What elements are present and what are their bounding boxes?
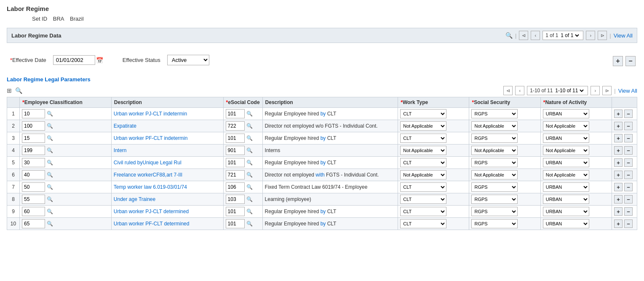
emp-class-input-9[interactable] — [22, 219, 45, 228]
description-link-9[interactable]: Urban worker PF-CLT determined — [114, 221, 190, 227]
esocial-search-1[interactable]: 🔍 — [246, 123, 254, 129]
social-sec-select-2[interactable]: RGPSNot Applicable — [471, 134, 518, 143]
description-link-3[interactable]: Intern — [114, 147, 127, 153]
esocial-input-8[interactable] — [226, 207, 245, 216]
esocial-input-0[interactable] — [226, 109, 245, 118]
esocial-search-7[interactable]: 🔍 — [246, 196, 254, 202]
description-link-0[interactable]: Urban worker PJ-CLT indetermin — [114, 111, 187, 117]
status-select[interactable]: Active Inactive — [167, 55, 209, 65]
emp-class-search-0[interactable]: 🔍 — [46, 111, 54, 117]
esocial-input-4[interactable] — [226, 158, 245, 167]
row-remove-btn-0[interactable]: − — [624, 110, 633, 118]
view-all-link[interactable]: View All — [614, 32, 633, 39]
row-remove-btn-2[interactable]: − — [624, 134, 633, 142]
first-page-button[interactable]: ⊲ — [519, 31, 528, 40]
prev-page-button[interactable]: ‹ — [531, 31, 540, 40]
social-sec-select-8[interactable]: RGPSNot Applicable — [471, 207, 518, 216]
row-add-btn-8[interactable]: + — [614, 207, 623, 216]
work-type-select-5[interactable]: Not ApplicableCLT — [400, 170, 446, 179]
esocial-search-2[interactable]: 🔍 — [246, 135, 254, 141]
social-sec-select-7[interactable]: RGPSNot Applicable — [471, 195, 518, 204]
social-sec-select-6[interactable]: RGPSNot Applicable — [471, 182, 518, 192]
esocial-search-0[interactable]: 🔍 — [246, 111, 254, 117]
row-add-btn-9[interactable]: + — [614, 219, 623, 228]
row-remove-btn-9[interactable]: − — [624, 219, 633, 228]
esocial-search-4[interactable]: 🔍 — [246, 160, 254, 166]
description-link-5[interactable]: Freelance workerCF88,art 7-III — [114, 172, 182, 178]
nature-select-5[interactable]: Not ApplicableURBAN — [543, 170, 589, 179]
social-sec-select-3[interactable]: Not ApplicableRGPS — [471, 146, 518, 155]
work-type-select-8[interactable]: CLTNot Applicable — [400, 207, 446, 216]
emp-class-input-6[interactable] — [22, 182, 45, 192]
emp-class-input-2[interactable] — [22, 134, 45, 143]
emp-class-search-4[interactable]: 🔍 — [46, 160, 54, 166]
nature-select-3[interactable]: Not ApplicableURBAN — [543, 146, 589, 155]
effective-date-input[interactable] — [53, 55, 95, 65]
description-link-7[interactable]: Under age Trainee — [114, 196, 155, 202]
esocial-search-8[interactable]: 🔍 — [246, 209, 254, 214]
table-next-button[interactable]: › — [591, 86, 600, 95]
next-page-button[interactable]: › — [586, 31, 595, 40]
emp-class-input-0[interactable] — [22, 109, 45, 118]
social-sec-select-1[interactable]: Not ApplicableRGPS — [471, 121, 518, 131]
emp-class-input-4[interactable] — [22, 158, 45, 167]
last-page-button[interactable]: ⊳ — [598, 31, 607, 40]
page-select[interactable]: 1 of 1 — [559, 32, 580, 39]
table-first-button[interactable]: ⊲ — [503, 86, 513, 95]
work-type-select-9[interactable]: CLTNot Applicable — [400, 219, 446, 228]
esocial-input-1[interactable] — [226, 121, 245, 131]
social-sec-select-9[interactable]: RGPSNot Applicable — [471, 219, 518, 228]
nature-select-8[interactable]: URBANNot Applicable — [543, 207, 589, 216]
social-sec-select-4[interactable]: RGPSNot Applicable — [471, 158, 518, 167]
table-last-button[interactable]: ⊳ — [602, 86, 612, 95]
description-link-8[interactable]: Urban worker PJ-CLT determined — [114, 209, 189, 214]
grid-icon[interactable]: ⊞ — [7, 87, 12, 94]
esocial-search-9[interactable]: 🔍 — [246, 221, 254, 227]
nature-select-2[interactable]: URBANNot Applicable — [543, 134, 589, 143]
emp-class-input-1[interactable] — [22, 121, 45, 131]
nature-select-4[interactable]: URBANNot Applicable — [543, 158, 589, 167]
nature-select-1[interactable]: Not ApplicableURBAN — [543, 121, 589, 131]
work-type-select-7[interactable]: CLTNot Applicable — [400, 195, 446, 204]
nature-select-9[interactable]: URBANNot Applicable — [543, 219, 589, 228]
emp-class-search-7[interactable]: 🔍 — [46, 196, 54, 202]
row-remove-btn-6[interactable]: − — [624, 183, 633, 191]
work-type-select-1[interactable]: Not ApplicableCLT — [400, 121, 446, 131]
header-search-button[interactable]: 🔍 — [505, 32, 513, 39]
description-link-1[interactable]: Expatirate — [114, 123, 136, 129]
description-link-4[interactable]: Civil ruled byUnique Legal Rul — [114, 160, 182, 166]
nature-select-0[interactable]: URBANNot Applicable — [543, 109, 589, 118]
esocial-search-5[interactable]: 🔍 — [246, 172, 254, 178]
esocial-input-2[interactable] — [226, 134, 245, 143]
esocial-input-5[interactable] — [226, 170, 245, 179]
description-link-6[interactable]: Temp worker law 6.019-03/01/74 — [114, 184, 187, 190]
emp-class-search-8[interactable]: 🔍 — [46, 209, 54, 214]
nature-select-7[interactable]: URBANNot Applicable — [543, 195, 589, 204]
emp-class-search-6[interactable]: 🔍 — [46, 184, 54, 190]
row-add-btn-3[interactable]: + — [614, 146, 623, 155]
row-add-btn-7[interactable]: + — [614, 195, 623, 203]
emp-class-input-5[interactable] — [22, 170, 45, 179]
esocial-search-3[interactable]: 🔍 — [246, 147, 254, 153]
emp-class-search-3[interactable]: 🔍 — [46, 147, 54, 153]
work-type-select-3[interactable]: Not ApplicableCLT — [400, 146, 446, 155]
emp-class-search-9[interactable]: 🔍 — [46, 221, 54, 227]
esocial-input-6[interactable] — [226, 182, 245, 192]
table-prev-button[interactable]: ‹ — [515, 86, 524, 95]
emp-class-search-5[interactable]: 🔍 — [46, 172, 54, 178]
row-add-btn-6[interactable]: + — [614, 183, 623, 191]
esocial-input-9[interactable] — [226, 219, 245, 228]
work-type-select-4[interactable]: CLTNot Applicable — [400, 158, 446, 167]
work-type-select-6[interactable]: CLTNot Applicable — [400, 182, 446, 192]
nature-select-6[interactable]: URBANNot Applicable — [543, 182, 589, 192]
row-remove-btn-5[interactable]: − — [624, 171, 633, 179]
work-type-select-2[interactable]: CLTNot Applicable — [400, 134, 446, 143]
social-sec-select-0[interactable]: RGPSNot Applicable — [471, 109, 518, 118]
emp-class-input-7[interactable] — [22, 195, 45, 204]
calendar-button[interactable]: 📅 — [96, 57, 103, 64]
row-add-btn-4[interactable]: + — [614, 158, 623, 167]
emp-class-input-8[interactable] — [22, 207, 45, 216]
row-remove-btn-4[interactable]: − — [624, 158, 633, 167]
description-link-2[interactable]: Urban worker PF-CLT indetermin — [114, 135, 188, 141]
main-remove-button[interactable]: − — [625, 56, 636, 66]
